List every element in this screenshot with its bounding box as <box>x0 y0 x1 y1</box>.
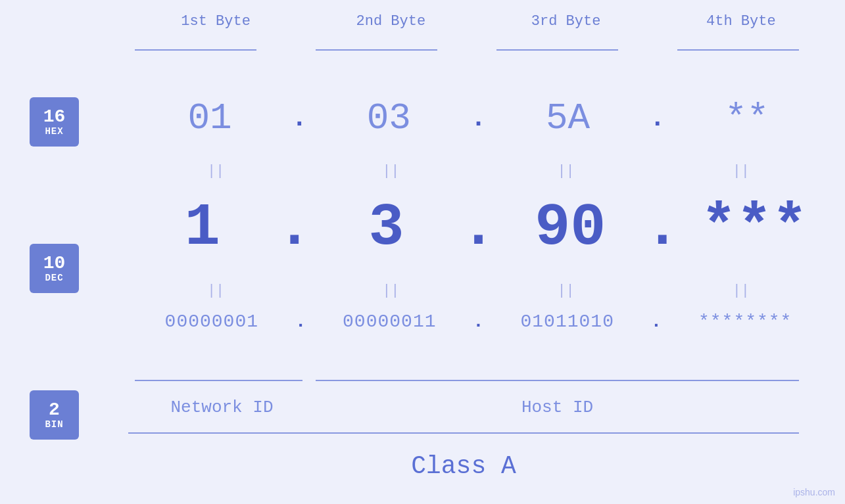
byte-header-1: 1st Byte <box>128 13 303 30</box>
dec-badge: 10 DEC <box>30 244 79 293</box>
bracket-b3 <box>496 49 618 51</box>
eq-top-1: || <box>128 163 303 179</box>
base-labels: 16 HEX 10 DEC 2 BIN <box>30 97 79 440</box>
hex-label: HEX <box>45 126 63 137</box>
equals-bottom-row: || || || || <box>128 283 829 299</box>
bin-b2: 00000011 <box>306 311 473 332</box>
dec-b1: 1 <box>128 195 277 262</box>
byte-header-2: 2nd Byte <box>303 13 478 30</box>
eq-bot-1: || <box>128 283 303 299</box>
bin-row: 00000001 . 00000011 . 01011010 . *******… <box>128 311 829 332</box>
bin-dot-1: . <box>295 311 306 332</box>
dec-number: 10 <box>43 254 66 273</box>
byte-header-3: 3rd Byte <box>479 13 654 30</box>
hex-b2: 03 <box>307 97 470 139</box>
dec-label: DEC <box>45 273 63 283</box>
bin-dot-3: . <box>651 311 662 332</box>
dec-b3: 90 <box>496 195 645 262</box>
hex-b1: 01 <box>128 97 291 139</box>
hex-dot-3: . <box>650 104 665 133</box>
watermark: ipshu.com <box>793 487 835 497</box>
dec-dot-1: . <box>277 195 312 262</box>
bin-b1: 00000001 <box>128 311 295 332</box>
bracket-b4 <box>677 49 799 51</box>
byte-header-4: 4th Byte <box>654 13 829 30</box>
hex-badge: 16 HEX <box>30 97 79 147</box>
bin-b3: 01011010 <box>484 311 651 332</box>
eq-bot-3: || <box>479 283 654 299</box>
network-id-label: Network ID <box>128 398 316 417</box>
host-id-bracket <box>316 380 799 381</box>
equals-top-row: || || || || <box>128 163 829 179</box>
eq-top-4: || <box>654 163 829 179</box>
eq-top-3: || <box>479 163 654 179</box>
eq-bot-2: || <box>303 283 478 299</box>
bin-b4: ******** <box>662 311 829 332</box>
bin-dot-2: . <box>473 311 484 332</box>
bracket-b2 <box>316 49 437 51</box>
eq-bot-4: || <box>654 283 829 299</box>
dec-dot-2: . <box>460 195 496 262</box>
bin-label: BIN <box>45 419 63 430</box>
class-bracket <box>128 432 799 434</box>
host-id-label: Host ID <box>316 398 799 417</box>
class-a-label: Class A <box>128 452 799 480</box>
dec-row: 1 . 3 . 90 . *** <box>128 195 829 262</box>
bracket-b1 <box>135 49 256 51</box>
byte-headers: 1st Byte 2nd Byte 3rd Byte 4th Byte <box>128 13 829 30</box>
main-container: 1st Byte 2nd Byte 3rd Byte 4th Byte 16 H… <box>0 0 845 504</box>
hex-row: 01 . 03 . 5A . ** <box>128 97 829 139</box>
dec-b2: 3 <box>312 195 461 262</box>
hex-dot-1: . <box>291 104 307 133</box>
dec-b4: *** <box>680 195 829 262</box>
hex-dot-2: . <box>470 104 486 133</box>
dec-dot-3: . <box>644 195 680 262</box>
hex-b4: ** <box>665 97 829 139</box>
bin-number: 2 <box>49 401 60 419</box>
hex-number: 16 <box>43 108 66 126</box>
hex-b3: 5A <box>487 97 650 139</box>
network-id-bracket <box>135 380 302 381</box>
bin-badge: 2 BIN <box>30 390 79 440</box>
eq-top-2: || <box>303 163 478 179</box>
